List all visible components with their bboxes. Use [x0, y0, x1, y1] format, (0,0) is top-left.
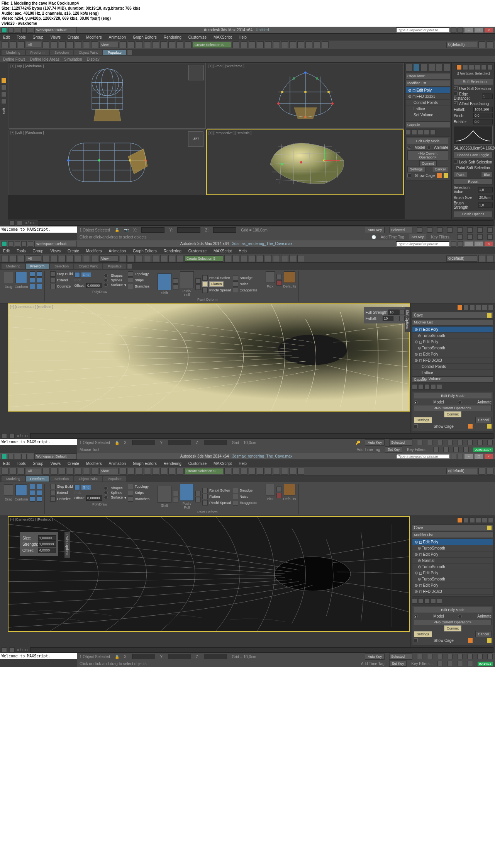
close-button[interactable]: × [484, 241, 493, 247]
side-tool[interactable] [1, 78, 7, 83]
menu-rendering[interactable]: Rendering [164, 35, 181, 39]
display-tab-icon[interactable] [436, 64, 443, 71]
conform-opt[interactable] [37, 271, 42, 277]
modify-tab-icon[interactable] [413, 64, 420, 71]
search-input[interactable] [396, 454, 450, 459]
maximize-button[interactable]: □ [474, 241, 483, 247]
base-object[interactable]: Capsule [405, 122, 450, 128]
model-radio[interactable] [407, 146, 411, 150]
y-input[interactable] [177, 227, 200, 233]
panel-icon[interactable] [463, 65, 468, 70]
menu-grapheditors[interactable]: Graph Editors [133, 35, 157, 39]
close-button[interactable]: × [484, 27, 493, 33]
nav-btn[interactable] [477, 227, 483, 233]
tab-selection[interactable]: Selection [50, 264, 73, 269]
app-icon[interactable] [2, 27, 7, 33]
menu-edit[interactable]: Edit [3, 35, 10, 39]
slider-btn[interactable] [17, 220, 22, 226]
paint-options-tab[interactable]: Paint Options [64, 532, 70, 558]
tab-modeling[interactable]: Modeling [2, 264, 25, 269]
offset-input[interactable] [86, 283, 102, 288]
autokey-button[interactable]: Auto Key [365, 227, 385, 233]
help-icon[interactable] [451, 241, 456, 247]
tab-modeling[interactable]: Modeling [2, 50, 25, 55]
tool-btn[interactable] [51, 41, 58, 48]
qat-btn[interactable] [28, 241, 33, 247]
edge-dist-check[interactable] [454, 92, 458, 95]
tool-btn[interactable] [265, 41, 272, 48]
maximize-button[interactable]: □ [474, 27, 483, 33]
x-input[interactable] [141, 227, 164, 233]
hierarchy-tab-icon[interactable] [420, 64, 427, 71]
tool-btn[interactable] [67, 41, 74, 48]
app-icon[interactable] [2, 454, 7, 459]
conform-tool[interactable] [15, 272, 27, 283]
tool-btn[interactable] [305, 41, 312, 48]
tool-btn[interactable] [42, 41, 49, 48]
sel-val-input[interactable] [478, 187, 493, 192]
shaded-face-button[interactable]: Shaded Face Toggle [454, 152, 493, 158]
menu-group[interactable]: Group [33, 35, 44, 39]
brush-str-input[interactable] [478, 203, 493, 208]
tool-btn[interactable] [120, 41, 127, 48]
app-icon[interactable] [2, 241, 7, 247]
qat-btn[interactable] [8, 241, 14, 247]
workspace-dropdown[interactable]: Workspace: Default [34, 27, 77, 33]
minimize-button[interactable]: − [464, 27, 473, 33]
menu-animation[interactable]: Animation [108, 35, 125, 39]
shift-options-tab[interactable]: Shift Options [405, 307, 410, 332]
animate-radio[interactable] [427, 146, 431, 150]
qat-btn[interactable] [8, 27, 14, 33]
slider-btn[interactable] [9, 220, 15, 226]
extend-tool[interactable] [50, 277, 56, 283]
play-btn[interactable] [417, 227, 422, 233]
modifier-list-dropdown[interactable]: Modifier List [405, 80, 450, 86]
tool-btn[interactable] [176, 41, 183, 48]
tool-btn[interactable] [168, 41, 175, 48]
tool-btn[interactable] [249, 41, 256, 48]
viewport-top[interactable]: [+] [Top ] [Wireframe ] [8, 63, 206, 129]
nav-btn[interactable] [487, 234, 493, 240]
tool-btn[interactable] [322, 41, 329, 48]
nav-btn[interactable] [457, 227, 463, 233]
menu-views[interactable]: Views [50, 35, 61, 39]
nav-btn[interactable] [457, 234, 463, 240]
show-cage-check[interactable] [407, 174, 411, 177]
flatten-tool[interactable] [202, 281, 208, 287]
pushpull-tool[interactable] [180, 271, 194, 288]
tab-selection[interactable]: Selection [50, 50, 73, 55]
mod-setvolume[interactable]: Set Volume [406, 112, 450, 118]
grid-tool[interactable] [75, 272, 80, 277]
tool-btn[interactable] [289, 41, 296, 48]
stack-btn[interactable] [430, 129, 436, 135]
tool-btn[interactable] [75, 41, 82, 48]
conform-opt[interactable] [30, 271, 35, 277]
define-idle[interactable]: Define Idle Areas [30, 57, 59, 61]
pushpull-tool-active[interactable] [180, 484, 194, 501]
tool-btn[interactable] [59, 41, 66, 48]
tool-btn[interactable] [83, 41, 90, 48]
tool-btn[interactable] [144, 41, 151, 48]
tool-btn[interactable] [241, 41, 247, 48]
drag-tool[interactable] [4, 272, 13, 283]
define-flows[interactable]: Define Flows [3, 57, 25, 61]
mod-editpoly[interactable]: ⊙ ◻ Edit Poly [406, 87, 450, 94]
tab-freeform[interactable]: Freeform [26, 50, 49, 55]
cage-color1[interactable] [437, 173, 442, 178]
side-tool[interactable] [1, 92, 7, 97]
play-btn[interactable] [427, 227, 432, 233]
minimize-button[interactable]: − [464, 241, 473, 247]
panel-icon[interactable] [475, 65, 480, 70]
nav-btn[interactable] [477, 234, 483, 240]
tool-btn[interactable] [128, 41, 135, 48]
create-selection-dropdown[interactable]: Create Selection S [193, 42, 231, 48]
tool-btn[interactable] [281, 41, 288, 48]
viewport-left[interactable]: [+] [Left ] [Wireframe ] [8, 129, 205, 195]
motion-tab-icon[interactable] [428, 64, 435, 71]
qat-btn[interactable] [28, 27, 33, 33]
nav-btn[interactable] [467, 227, 473, 233]
tool-btn[interactable] [136, 41, 143, 48]
ribbon-toggle[interactable] [127, 50, 132, 55]
maxscript-listener[interactable]: Welcome to MAXScript. [0, 226, 77, 233]
panel-icon[interactable] [469, 65, 474, 70]
